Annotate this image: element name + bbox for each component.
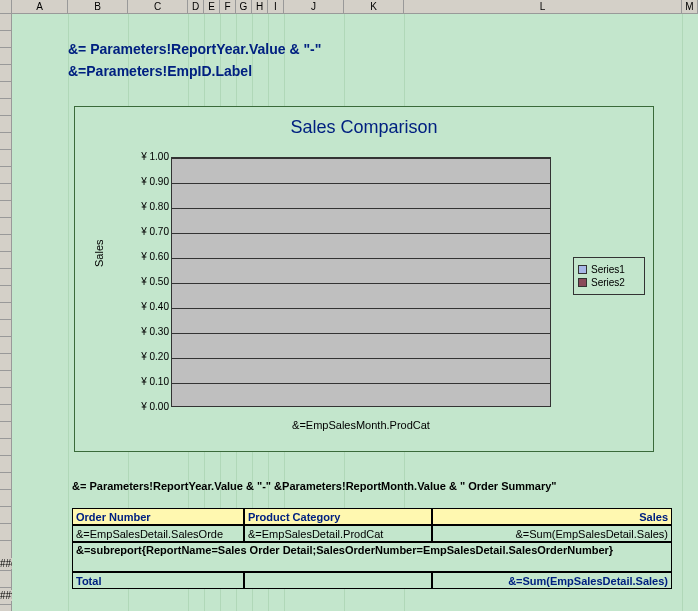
row-header[interactable]	[0, 286, 12, 303]
column-header-F[interactable]: F	[220, 0, 236, 13]
table-subreport-row[interactable]: &=subreport{ReportName=Sales Order Detai…	[72, 542, 672, 572]
row-header[interactable]	[0, 371, 12, 388]
sheet-area[interactable]: &= Parameters!ReportYear.Value & "-" &=P…	[12, 14, 698, 611]
row-header[interactable]	[0, 218, 12, 235]
column-header-E[interactable]: E	[204, 0, 220, 13]
column-header-row: ABCDEFGHIJKLM	[0, 0, 698, 14]
row-header[interactable]	[0, 82, 12, 99]
row-header-strip	[0, 14, 12, 611]
row-header[interactable]	[0, 14, 12, 31]
row-header[interactable]	[0, 388, 12, 405]
title-line-1: &= Parameters!ReportYear.Value & "-"	[68, 38, 321, 60]
y-tick-label: ¥ 0.80	[121, 201, 169, 212]
row-header[interactable]	[0, 31, 12, 48]
row-header[interactable]	[0, 116, 12, 133]
row-header[interactable]	[0, 167, 12, 184]
row-header[interactable]	[0, 337, 12, 354]
row-header[interactable]	[0, 184, 12, 201]
legend-label-1: Series1	[591, 264, 625, 275]
row-header[interactable]	[0, 235, 12, 252]
row-header[interactable]	[0, 571, 12, 588]
row-header[interactable]	[0, 201, 12, 218]
cell-product-category[interactable]: &=EmpSalesDetail.ProdCat	[244, 525, 432, 542]
legend-label-2: Series2	[591, 277, 625, 288]
row-header[interactable]	[0, 524, 12, 541]
column-header-G[interactable]: G	[236, 0, 252, 13]
row-header[interactable]	[0, 99, 12, 116]
x-axis-label: &=EmpSalesMonth.ProdCat	[171, 419, 551, 431]
total-sales[interactable]: &=Sum(EmpSalesDetail.Sales)	[432, 572, 672, 589]
legend-swatch-icon	[578, 278, 587, 287]
chart-legend[interactable]: Series1 Series2	[573, 257, 645, 295]
row-header[interactable]	[0, 422, 12, 439]
row-header[interactable]	[0, 320, 12, 337]
subreport-cell[interactable]: &=subreport{ReportName=Sales Order Detai…	[72, 542, 672, 572]
row-header[interactable]	[0, 133, 12, 150]
title-line-2: &=Parameters!EmpID.Label	[68, 60, 321, 82]
column-header-J[interactable]: J	[284, 0, 344, 13]
y-tick-labels: ¥ 0.00¥ 0.10¥ 0.20¥ 0.30¥ 0.40¥ 0.50¥ 0.…	[121, 151, 169, 413]
y-tick-label: ¥ 0.50	[121, 276, 169, 287]
total-label[interactable]: Total	[72, 572, 244, 589]
table-total-row: Total &=Sum(EmpSalesDetail.Sales)	[72, 572, 672, 589]
column-header-A[interactable]: A	[12, 0, 68, 13]
legend-item-2: Series2	[578, 277, 640, 288]
row-header[interactable]	[0, 605, 12, 611]
y-tick-label: ¥ 0.40	[121, 301, 169, 312]
chart-title: Sales Comparison	[75, 117, 653, 138]
cell-order-number[interactable]: &=EmpSalesDetail.SalesOrde	[72, 525, 244, 542]
row-header[interactable]	[0, 269, 12, 286]
row-header[interactable]	[0, 405, 12, 422]
row-header[interactable]	[0, 65, 12, 82]
order-summary-table[interactable]: Order Number Product Category Sales &=Em…	[72, 508, 672, 589]
y-tick-label: ¥ 0.00	[121, 401, 169, 412]
plot-area[interactable]	[171, 157, 551, 407]
row-header[interactable]	[0, 303, 12, 320]
table-row[interactable]: &=EmpSalesDetail.SalesOrde &=EmpSalesDet…	[72, 525, 672, 542]
row-header[interactable]	[0, 473, 12, 490]
row-header[interactable]	[0, 48, 12, 65]
chart-container[interactable]: Sales Comparison Sales ¥ 0.00¥ 0.10¥ 0.2…	[74, 106, 654, 452]
summary-title: &= Parameters!ReportYear.Value & "-" &Pa…	[72, 480, 557, 492]
y-tick-label: ¥ 1.00	[121, 151, 169, 162]
row-header[interactable]	[0, 456, 12, 473]
header-order-number[interactable]: Order Number	[72, 508, 244, 525]
y-tick-label: ¥ 0.90	[121, 176, 169, 187]
corner-cell[interactable]	[0, 0, 12, 13]
column-header-I[interactable]: I	[268, 0, 284, 13]
y-axis-label: Sales	[93, 239, 105, 267]
spreadsheet-grid[interactable]: ABCDEFGHIJKLM ##group{S ##footer &= Para…	[0, 0, 698, 611]
column-header-D[interactable]: D	[188, 0, 204, 13]
y-tick-label: ¥ 0.10	[121, 376, 169, 387]
column-header-L[interactable]: L	[404, 0, 682, 13]
row-header[interactable]	[0, 150, 12, 167]
row-header[interactable]	[0, 490, 12, 507]
total-empty[interactable]	[244, 572, 432, 589]
cell-sales[interactable]: &=Sum(EmpSalesDetail.Sales)	[432, 525, 672, 542]
row-header[interactable]	[0, 354, 12, 371]
column-header-H[interactable]: H	[252, 0, 268, 13]
column-header-B[interactable]: B	[68, 0, 128, 13]
legend-item-1: Series1	[578, 264, 640, 275]
y-tick-label: ¥ 0.20	[121, 351, 169, 362]
y-tick-label: ¥ 0.70	[121, 226, 169, 237]
column-header-K[interactable]: K	[344, 0, 404, 13]
column-header-C[interactable]: C	[128, 0, 188, 13]
row-header[interactable]	[0, 507, 12, 524]
header-sales[interactable]: Sales	[432, 508, 672, 525]
report-title-block: &= Parameters!ReportYear.Value & "-" &=P…	[68, 38, 321, 82]
table-header-row: Order Number Product Category Sales	[72, 508, 672, 525]
column-header-M[interactable]: M	[682, 0, 698, 13]
y-tick-label: ¥ 0.30	[121, 326, 169, 337]
header-product-category[interactable]: Product Category	[244, 508, 432, 525]
row-header[interactable]	[0, 252, 12, 269]
legend-swatch-icon	[578, 265, 587, 274]
y-tick-label: ¥ 0.60	[121, 251, 169, 262]
row-header[interactable]	[0, 439, 12, 456]
